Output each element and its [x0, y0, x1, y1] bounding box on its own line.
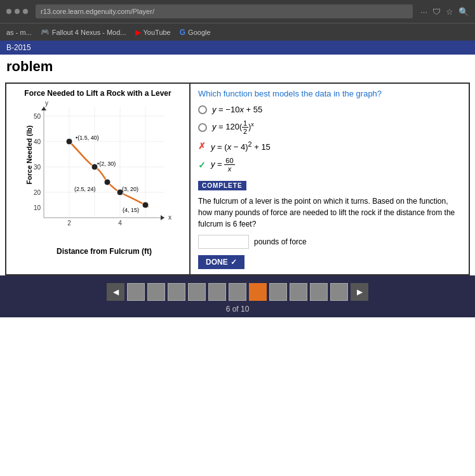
- graph-area: 50 40 30 20 10 2 4 x y: [18, 100, 177, 240]
- option-d-text: y = 60x: [211, 157, 235, 173]
- svg-text:•(2, 30): •(2, 30): [97, 161, 116, 167]
- x-axis-label: Distance from Fulcrum (ft): [57, 247, 152, 256]
- section-title-text: roblem: [6, 58, 53, 74]
- fallout-icon: 🎮: [41, 28, 50, 36]
- bookmark-youtube-label: YouTube: [144, 29, 171, 36]
- option-d[interactable]: ✓ y = 60x: [198, 157, 461, 173]
- option-b-text: y = 120(12)x: [212, 119, 254, 135]
- svg-point-25: [142, 202, 149, 208]
- follow-up-text: The fulcrum of a lever is the point on w…: [198, 195, 461, 230]
- page-box-7[interactable]: [249, 283, 267, 301]
- google-icon: G: [180, 28, 185, 37]
- problem-section: roblem: [0, 55, 475, 83]
- star-icon: ☆: [446, 7, 453, 17]
- page-box-6[interactable]: [229, 283, 246, 301]
- page-box-9[interactable]: [290, 283, 307, 301]
- option-c[interactable]: ✗ y = (x − 4)2 + 15: [198, 140, 461, 152]
- svg-marker-17: [161, 215, 164, 220]
- done-button[interactable]: DONE ✓: [198, 255, 244, 269]
- svg-text:4: 4: [118, 220, 122, 227]
- pagination-prev[interactable]: ◀: [107, 283, 124, 301]
- bookmarks-bar: as - m... 🎮 Fallout 4 Nexus - Mod... ▶ Y…: [0, 23, 475, 41]
- shield-icon: 🛡: [432, 7, 441, 17]
- svg-text:y: y: [45, 100, 48, 107]
- page-box-4[interactable]: [188, 283, 206, 301]
- correct-icon: ✓: [198, 160, 206, 170]
- page-box-8[interactable]: [269, 283, 287, 301]
- content-area: B-2015 roblem Force Needed to Lift a Roc…: [0, 41, 475, 476]
- graph-title: Force Needed to Lift a Rock with a Lever: [11, 89, 184, 98]
- pagination-area: ◀ ▶ 6 of 10: [0, 275, 475, 317]
- browser-chrome: r13.core.learn.edgenuity.com/Player/ ···…: [0, 0, 475, 23]
- address-bar[interactable]: r13.core.learn.edgenuity.com/Player/: [36, 4, 413, 18]
- cursor-arrow: ↖: [452, 360, 464, 375]
- svg-text:(3, 20): (3, 20): [122, 186, 138, 192]
- radio-a[interactable]: [198, 105, 207, 114]
- bookmark-google-label: Google: [188, 29, 210, 36]
- svg-text:50: 50: [34, 113, 41, 120]
- youtube-icon: ▶: [135, 28, 141, 37]
- page-box-11[interactable]: [330, 283, 348, 301]
- search-icon: 🔍: [458, 7, 469, 17]
- svg-text:40: 40: [34, 138, 41, 145]
- page-box-1[interactable]: [127, 283, 145, 301]
- svg-text:(2.5, 24): (2.5, 24): [74, 186, 96, 192]
- question-text: Which function best models the data in t…: [198, 89, 461, 98]
- svg-text:30: 30: [34, 164, 41, 171]
- answer-input[interactable]: [198, 235, 249, 249]
- svg-marker-18: [41, 107, 46, 110]
- question-section: Which function best models the data in t…: [191, 84, 469, 274]
- page-box-3[interactable]: [168, 283, 185, 301]
- y-axis-label: Force Needed (lb): [25, 126, 33, 185]
- page-box-10[interactable]: [310, 283, 328, 301]
- complete-badge: COMPLETE: [198, 181, 246, 190]
- svg-text:(4, 15): (4, 15): [123, 207, 139, 213]
- svg-text:10: 10: [34, 204, 41, 211]
- graph-section: Force Needed to Lift a Rock with a Lever: [6, 84, 191, 274]
- option-c-text: y = (x − 4)2 + 15: [211, 140, 271, 152]
- answer-options: y = −10x + 55 y = 120(12)x ✗ y = (x − 4)…: [198, 105, 461, 173]
- bookmark-as[interactable]: as - m...: [6, 29, 32, 36]
- browser-icons: ··· 🛡 ☆ 🔍: [420, 7, 469, 17]
- svg-text:2: 2: [67, 220, 71, 227]
- answer-row: pounds of force: [198, 235, 461, 249]
- svg-text:x: x: [168, 214, 171, 221]
- done-label: DONE: [206, 258, 228, 267]
- page-box-5[interactable]: [208, 283, 226, 301]
- done-checkmark-icon: ✓: [231, 258, 237, 267]
- page-box-2[interactable]: [147, 283, 165, 301]
- url-text: r13.core.learn.edgenuity.com/Player/: [41, 8, 154, 15]
- svg-point-23: [104, 179, 110, 185]
- page-header: B-2015: [0, 41, 475, 55]
- bookmark-google[interactable]: G Google: [180, 28, 211, 37]
- option-b[interactable]: y = 120(12)x: [198, 119, 461, 135]
- option-a-text: y = −10x + 55: [212, 105, 262, 114]
- pagination-count: 6 of 10: [226, 305, 250, 314]
- section-title: roblem: [6, 58, 469, 75]
- wrong-icon: ✗: [198, 141, 206, 151]
- browser-dots: [6, 9, 28, 14]
- bookmark-fallout[interactable]: 🎮 Fallout 4 Nexus - Mod...: [41, 28, 126, 36]
- bookmark-fallout-label: Fallout 4 Nexus - Mod...: [52, 29, 126, 36]
- svg-text:•(1.5, 40): •(1.5, 40): [76, 135, 99, 141]
- bookmark-as-label: as - m...: [6, 29, 32, 36]
- dots-icon: ···: [420, 7, 427, 17]
- problem-container: Force Needed to Lift a Rock with a Lever: [5, 83, 470, 275]
- pagination-controls: ◀ ▶: [107, 283, 368, 301]
- graph-svg: 50 40 30 20 10 2 4 x y: [18, 100, 177, 240]
- radio-b[interactable]: [198, 123, 207, 132]
- pagination-next[interactable]: ▶: [351, 283, 368, 301]
- bookmark-youtube[interactable]: ▶ YouTube: [135, 28, 171, 37]
- page-wrapper: B-2015 roblem Force Needed to Lift a Roc…: [0, 41, 475, 476]
- option-a[interactable]: y = −10x + 55: [198, 105, 461, 114]
- course-code: B-2015: [6, 43, 31, 52]
- svg-point-21: [66, 138, 72, 145]
- svg-text:20: 20: [34, 189, 41, 196]
- pounds-label: pounds of force: [254, 237, 307, 246]
